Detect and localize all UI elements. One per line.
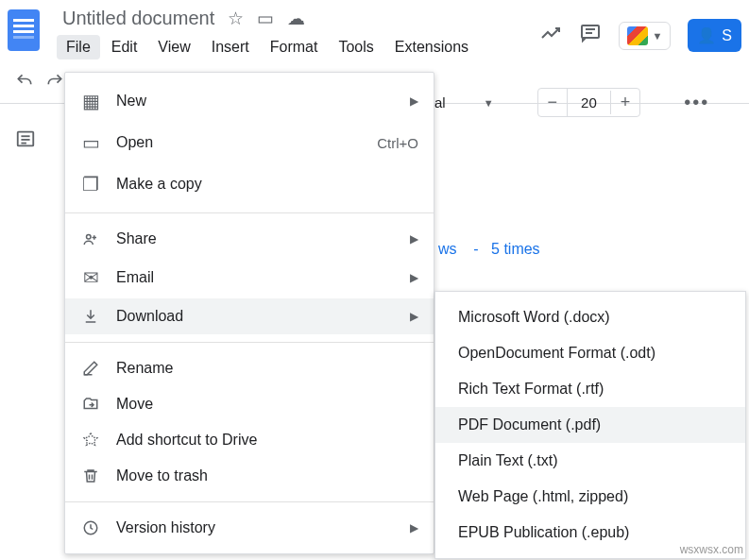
email-icon: ✉ [80,266,101,289]
menu-download[interactable]: Download ▶ [65,298,434,334]
share-icon [80,230,101,247]
menu-rename[interactable]: Rename [65,350,434,386]
menu-make-copy[interactable]: ❐ Make a copy [65,163,434,205]
history-icon [80,519,101,536]
download-odt[interactable]: OpenDocument Format (.odt) [435,335,745,371]
document-body-text: ws - 5 times [438,241,540,258]
separator [65,342,434,343]
star-icon[interactable]: ☆ [228,8,244,29]
menu-new[interactable]: ▦ New ▶ [65,80,434,122]
copy-icon: ❐ [80,173,101,195]
menubar: File Edit View Insert Format Tools Exten… [57,29,539,59]
activity-icon[interactable] [539,22,562,50]
title-area: Untitled document ☆ ▭ ☁ File Edit View I… [57,8,539,59]
zoom-out-button[interactable]: − [538,89,569,116]
menu-email[interactable]: ✉ Email ▶ [65,257,434,298]
svg-rect-0 [582,25,599,38]
shortcut-label: Ctrl+O [377,135,418,151]
rename-icon [80,360,101,377]
person-icon: 👤 [697,26,716,44]
shortcut-icon [80,432,101,449]
menu-add-shortcut[interactable]: Add shortcut to Drive [65,422,434,458]
zoom-value[interactable]: 20 [568,91,611,114]
svg-point-7 [87,235,92,240]
separator [65,212,434,213]
menu-edit[interactable]: Edit [102,35,147,59]
document-icon: ▦ [80,90,101,112]
share-label: S [722,27,732,44]
chevron-right-icon: ▶ [410,94,418,108]
menu-file[interactable]: File [57,35,100,59]
download-submenu: Microsoft Word (.docx) OpenDocument Form… [434,291,746,559]
move-folder-icon[interactable]: ▭ [257,8,274,29]
menu-open[interactable]: ▭ Open Ctrl+O [65,122,434,163]
zoom-in-button[interactable]: + [611,89,640,116]
file-dropdown: ▦ New ▶ ▭ Open Ctrl+O ❐ Make a copy Shar… [64,72,434,554]
download-icon [80,308,101,325]
folder-icon: ▭ [80,131,101,154]
meet-button[interactable]: ▼ [619,22,671,50]
menu-extensions[interactable]: Extensions [385,35,478,59]
menu-format[interactable]: Format [261,35,328,59]
menu-version-history[interactable]: Version history ▶ [65,510,434,546]
chevron-down-icon: ▼ [484,97,494,109]
chevron-down-icon: ▼ [652,30,662,42]
watermark: wsxwsx.com [680,543,743,556]
zoom-group: − 20 + [537,88,641,117]
menu-insert[interactable]: Insert [202,35,259,59]
move-icon [80,396,101,413]
menu-move-trash[interactable]: Move to trash [65,458,434,494]
download-rtf[interactable]: Rich Text Format (.rtf) [435,371,745,407]
menu-view[interactable]: View [148,35,199,59]
chevron-right-icon: ▶ [410,310,418,323]
download-docx[interactable]: Microsoft Word (.docx) [435,299,745,335]
separator [65,501,434,502]
document-title[interactable]: Untitled document [62,8,214,29]
download-pdf[interactable]: PDF Document (.pdf) [435,407,745,443]
menu-share[interactable]: Share ▶ [65,221,434,257]
download-txt[interactable]: Plain Text (.txt) [435,443,745,479]
menu-move[interactable]: Move [65,386,434,422]
download-html[interactable]: Web Page (.html, zipped) [435,479,745,515]
outline-icon[interactable] [15,128,36,155]
chevron-right-icon: ▶ [410,232,418,246]
header: Untitled document ☆ ▭ ☁ File Edit View I… [0,0,749,64]
chevron-right-icon: ▶ [410,521,418,535]
menu-tools[interactable]: Tools [329,35,383,59]
docs-logo[interactable] [8,9,45,57]
font-selector[interactable]: al ▼ − 20 + ••• [434,87,749,118]
share-button[interactable]: 👤 S [688,19,741,52]
undo-icon[interactable] [9,68,40,99]
trash-icon [80,467,101,484]
comment-icon[interactable] [579,22,602,50]
cloud-saved-icon[interactable]: ☁ [287,8,305,29]
more-icon[interactable]: ••• [678,88,715,117]
chevron-right-icon: ▶ [410,271,418,284]
